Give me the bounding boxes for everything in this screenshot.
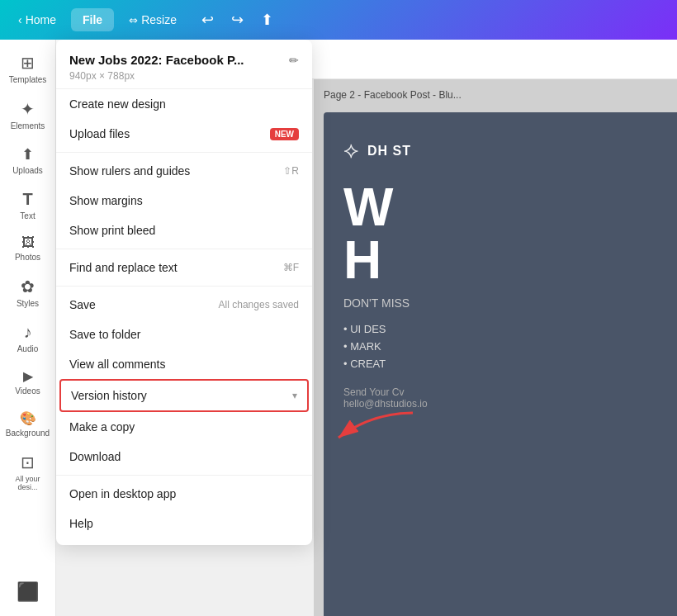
menu-item-save[interactable]: Save All changes saved xyxy=(56,290,312,320)
menu-item-make-copy[interactable]: Make a copy xyxy=(56,412,312,442)
elements-icon: ✦ xyxy=(21,99,35,119)
new-badge: NEW xyxy=(270,128,299,140)
chevron-left-icon: ‹ xyxy=(18,13,22,26)
menu-item-label: View all comments xyxy=(69,358,165,371)
home-label: Home xyxy=(26,13,56,26)
menu-item-label: Show rulers and guides xyxy=(69,164,190,178)
qr-code-button[interactable]: ⬛ xyxy=(10,575,45,609)
menu-item-label: Save xyxy=(69,298,96,311)
resize-icon: ⇔ xyxy=(129,14,138,26)
menu-item-label: Open in desktop app xyxy=(69,487,176,500)
preview-contact: Send Your Cv hello@dhstudios.io xyxy=(343,386,657,410)
sidebar-item-label: Templates xyxy=(9,75,47,84)
send-cv-label: Send Your Cv xyxy=(343,386,657,398)
menu-item-label: Make a copy xyxy=(69,420,135,434)
menu-item-label: Download xyxy=(69,450,121,463)
topbar: ‹ Home File ⇔ Resize ↩ ↪ ⬆ xyxy=(0,0,677,40)
menu-header: New Jobs 2022: Facebook P... ✏ 940px × 7… xyxy=(56,40,312,89)
preview-bullets: UI DES MARK CREAT xyxy=(343,323,657,370)
preview-logo: ⟡ DH ST xyxy=(343,137,657,164)
menu-item-view-comments[interactable]: View all comments xyxy=(56,349,312,379)
bullet-item: UI DES xyxy=(343,323,657,335)
menu-item-show-print-bleed[interactable]: Show print bleed xyxy=(56,216,312,245)
email-text: hello@dhstudios.io xyxy=(343,398,657,410)
videos-icon: ▶ xyxy=(23,368,33,384)
file-dropdown-menu: New Jobs 2022: Facebook P... ✏ 940px × 7… xyxy=(56,40,312,545)
file-label: File xyxy=(83,13,102,26)
sidebar: ⊞ Templates ✦ Elements ⬆ Uploads T Text … xyxy=(0,40,56,616)
menu-divider xyxy=(56,152,312,153)
text-icon: T xyxy=(22,190,32,209)
sidebar-item-text[interactable]: T Text xyxy=(2,183,54,227)
menu-item-label: Help xyxy=(69,517,93,530)
sidebar-item-label: Text xyxy=(20,211,35,220)
preview-card: ⟡ DH ST WH DON'T MISS UI DES MARK CREAT … xyxy=(324,112,677,616)
background-icon: 🎨 xyxy=(20,410,36,426)
uploads-icon: ⬆ xyxy=(21,145,34,163)
alldesigns-icon: ⊡ xyxy=(21,453,35,472)
sidebar-item-audio[interactable]: ♪ Audio xyxy=(2,316,54,360)
resize-label: Resize xyxy=(141,13,177,26)
topbar-actions: ↩ ↪ ⬆ xyxy=(195,7,281,33)
styles-icon: ✿ xyxy=(21,277,35,296)
logo-icon: ⟡ xyxy=(343,137,359,164)
redo-button[interactable]: ↪ xyxy=(225,7,251,33)
upload-button[interactable]: ⬆ xyxy=(254,7,281,33)
sidebar-item-styles[interactable]: ✿ Styles xyxy=(2,270,54,315)
menu-item-label: Upload files xyxy=(69,127,130,140)
sidebar-item-background[interactable]: 🎨 Background xyxy=(2,404,54,444)
menu-divider xyxy=(56,249,312,249)
file-menu-button[interactable]: File xyxy=(71,8,114,31)
menu-divider xyxy=(56,475,312,476)
bullet-item: MARK xyxy=(343,340,657,353)
page-label: Page 2 - Facebook Post - Blu... xyxy=(324,89,462,101)
menu-item-label: Find and replace text xyxy=(69,261,178,274)
sidebar-item-label: Photos xyxy=(15,253,40,262)
photos-icon: 🖼 xyxy=(21,235,35,250)
menu-item-label: Save to folder xyxy=(69,328,140,341)
sidebar-item-templates[interactable]: ⊞ Templates xyxy=(2,46,54,91)
menu-item-save-to-folder[interactable]: Save to folder xyxy=(56,320,312,349)
sidebar-item-videos[interactable]: ▶ Videos xyxy=(2,362,54,402)
preview-title: WH xyxy=(343,181,657,287)
edit-title-icon[interactable]: ✏ xyxy=(289,54,299,67)
sidebar-item-label: Elements xyxy=(11,121,45,130)
shortcut-label: ⌘F xyxy=(283,262,299,273)
save-status: All changes saved xyxy=(219,299,299,310)
menu-item-label: Show print bleed xyxy=(69,224,155,237)
sidebar-item-label: All your desi... xyxy=(7,475,49,491)
menu-item-version-history[interactable]: Version history ▾ xyxy=(59,379,309,412)
home-button[interactable]: ‹ Home xyxy=(10,8,64,31)
submenu-arrow-icon: ▾ xyxy=(292,390,297,401)
sidebar-item-alldesigns[interactable]: ⊡ All your desi... xyxy=(2,446,54,498)
menu-item-label: Show margins xyxy=(69,194,143,207)
qr-icon: ⬛ xyxy=(17,581,39,603)
preview-area: Page 2 - Facebook Post - Blu... ⟡ DH ST … xyxy=(314,79,677,616)
sidebar-item-elements[interactable]: ✦ Elements xyxy=(2,92,54,137)
menu-item-open-desktop[interactable]: Open in desktop app xyxy=(56,479,312,509)
menu-item-label: Create new design xyxy=(69,97,166,111)
menu-item-show-rulers[interactable]: Show rulers and guides ⇧R xyxy=(56,156,312,186)
sidebar-item-photos[interactable]: 🖼 Photos xyxy=(2,229,54,268)
menu-item-create-new-design[interactable]: Create new design xyxy=(56,89,312,119)
sidebar-item-uploads[interactable]: ⬆ Uploads xyxy=(2,139,54,182)
sidebar-item-label: Background xyxy=(6,429,50,438)
menu-item-help[interactable]: Help xyxy=(56,509,312,538)
shortcut-label: ⇧R xyxy=(283,165,299,177)
menu-subtitle: 940px × 788px xyxy=(69,70,299,82)
menu-item-show-margins[interactable]: Show margins xyxy=(56,186,312,216)
menu-item-find-replace[interactable]: Find and replace text ⌘F xyxy=(56,253,312,282)
dont-miss-text: DON'T MISS xyxy=(343,296,657,310)
menu-title: New Jobs 2022: Facebook P... xyxy=(69,53,282,67)
undo-button[interactable]: ↩ xyxy=(195,7,221,33)
logo-text: DH ST xyxy=(367,144,411,159)
sidebar-item-label: Audio xyxy=(17,344,39,353)
bullet-item: CREAT xyxy=(343,358,657,370)
menu-item-upload-files[interactable]: Upload files NEW xyxy=(56,119,312,149)
sidebar-item-label: Styles xyxy=(17,299,39,308)
menu-item-download[interactable]: Download xyxy=(56,442,312,471)
resize-button[interactable]: ⇔ Resize xyxy=(121,8,185,31)
menu-item-label: Version history xyxy=(71,389,147,402)
sidebar-item-label: Uploads xyxy=(12,166,43,175)
menu-divider xyxy=(56,286,312,287)
